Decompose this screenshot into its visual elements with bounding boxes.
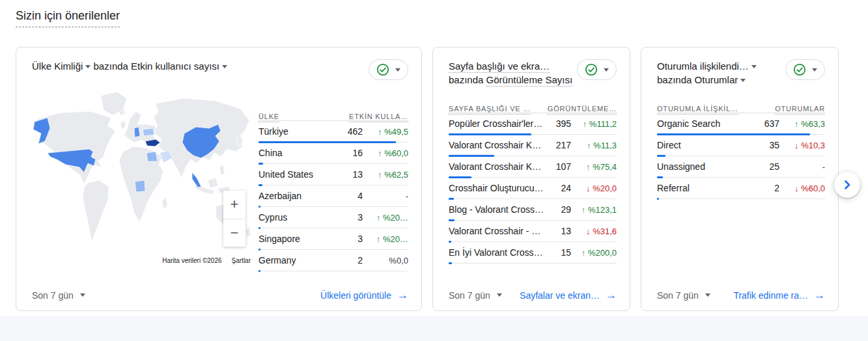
value-bar xyxy=(259,270,260,272)
table-row: Türkiye 462 ↑ %49,5 xyxy=(259,121,408,143)
world-map-choropleth[interactable]: + − Harita verileri ©2026 Şartlar xyxy=(25,85,255,266)
date-range-selector[interactable]: Son 7 gün xyxy=(32,290,85,301)
table-header: SAYFA BAŞLIĞI VE … GÖRÜNTÜLEME… xyxy=(449,96,617,113)
world-map-canvas xyxy=(25,85,255,266)
chevron-down-icon xyxy=(222,65,227,68)
dimension-selector[interactable]: Ülke Kimliği xyxy=(32,61,83,72)
table-row: Unassigned 25 - xyxy=(657,156,825,178)
chevron-down-icon xyxy=(751,65,757,68)
table-row: Valorant Crosshair - … 13 ↓ %31,6 xyxy=(449,221,617,242)
table-row: Azerbaijan 4 - xyxy=(259,185,408,207)
table-row: En İyi Valorant Cross… 15 ↑ %200,0 xyxy=(449,242,617,264)
chevron-down-icon xyxy=(812,68,817,72)
table-header: ÜLKE ETKİN KULLA… xyxy=(259,103,408,121)
chevron-right-icon xyxy=(839,177,855,193)
value-bar xyxy=(657,198,659,200)
next-section-background xyxy=(0,316,868,341)
table-row: Crosshair Oluşturucu… 24 ↓ %20,0 xyxy=(449,178,617,199)
card-title: Oturumla ilişkilendi… bazında Oturumlar xyxy=(657,59,757,87)
table-row: Singapore 3 ↑ %20… xyxy=(259,228,408,250)
insight-status-pill[interactable] xyxy=(577,59,617,80)
table-row: Valorant Crosshair K… 217 ↑ %11,3 xyxy=(449,135,617,156)
table-row: Germany 2 %0,0 xyxy=(259,250,408,271)
value-bar xyxy=(449,262,452,264)
table-row: China 16 ↑ %60,0 xyxy=(259,143,408,164)
arrow-right-icon: → xyxy=(814,290,825,301)
table-header: OTURUMLA İLİŞKİL… OTURUMLAR xyxy=(657,96,825,113)
check-circle-icon xyxy=(585,63,598,76)
metric-selector[interactable]: Görüntüleme Sayısı xyxy=(486,74,573,87)
chevron-down-icon xyxy=(395,68,400,72)
chevron-down-icon xyxy=(80,293,85,297)
map-zoom-out-button[interactable]: − xyxy=(223,219,245,247)
table-row: Valorant Crosshair K… 107 ↑ %75,4 xyxy=(449,156,617,178)
arrow-right-icon: → xyxy=(397,290,408,301)
table-row: Cyprus 3 ↑ %20… xyxy=(259,207,408,228)
card-active-users-by-country: Ülke Kimliği bazında Etkin kullanıcı say… xyxy=(16,47,422,311)
table-row: Direct 35 ↓ %10,3 xyxy=(657,135,825,156)
chevron-down-icon xyxy=(604,68,609,72)
table-row: Organic Search 637 ↑ %63,3 xyxy=(657,113,825,135)
date-range-selector[interactable]: Son 7 gün xyxy=(657,290,710,301)
insight-status-pill[interactable] xyxy=(785,59,825,80)
chevron-down-icon xyxy=(497,293,502,297)
card-sessions-by-channel: Oturumla ilişkilendi… bazında Oturumlar … xyxy=(641,47,839,311)
table-row: United States 13 ↑ %62,5 xyxy=(259,164,408,185)
countries-table: ÜLKE ETKİN KULLA… Türkiye 462 ↑ %49,5 Ch… xyxy=(259,85,408,271)
chevron-down-icon xyxy=(705,293,710,297)
check-circle-icon xyxy=(376,63,389,76)
metric-selector[interactable]: Etkin kullanıcı sayısı xyxy=(131,61,219,72)
view-traffic-acquisition-link[interactable]: Trafik edinme ra…→ xyxy=(733,290,825,301)
sessions-table: OTURUMLA İLİŞKİL… OTURUMLAR Organic Sear… xyxy=(657,96,825,199)
metric-selector[interactable]: Oturumlar xyxy=(695,74,738,85)
dimension-selector[interactable]: Oturumla ilişkilendi… xyxy=(657,61,749,72)
card-title: Ülke Kimliği bazında Etkin kullanıcı say… xyxy=(32,59,227,73)
pages-table: SAYFA BAŞLIĞI VE … GÖRÜNTÜLEME… Popüler … xyxy=(449,96,617,264)
card-views-by-page-title: Sayfa başlığı ve ekra… bazında Görüntüle… xyxy=(432,47,630,311)
chevron-down-icon xyxy=(740,79,746,82)
map-zoom-in-button[interactable]: + xyxy=(223,191,245,219)
view-pages-link[interactable]: Sayfalar ve ekran…→ xyxy=(520,290,617,301)
table-row: Blog - Valorant Cross… 29 ↑ %123,1 xyxy=(449,199,617,221)
map-zoom-control: + − xyxy=(223,191,245,247)
table-row: Referral 2 ↓ %60,0 xyxy=(657,178,825,199)
view-countries-link[interactable]: Ülkeleri görüntüle→ xyxy=(320,290,408,301)
carousel-next-button[interactable] xyxy=(834,172,860,198)
section-title: Sizin için önerilenler xyxy=(16,9,120,27)
map-terms-link[interactable]: Şartlar xyxy=(229,256,253,265)
card-title: Sayfa başlığı ve ekra… bazında Görüntüle… xyxy=(449,59,572,87)
insight-status-pill[interactable] xyxy=(369,59,408,80)
map-attribution: Harita verileri ©2026 xyxy=(160,256,224,265)
arrow-right-icon: → xyxy=(606,290,617,301)
table-row: Popüler Crosshair'ler… 395 ↑ %111,2 xyxy=(449,113,617,135)
date-range-selector[interactable]: Son 7 gün xyxy=(449,290,502,301)
check-circle-icon xyxy=(793,63,806,76)
dimension-selector[interactable]: Sayfa başlığı ve ekra… xyxy=(449,61,550,73)
